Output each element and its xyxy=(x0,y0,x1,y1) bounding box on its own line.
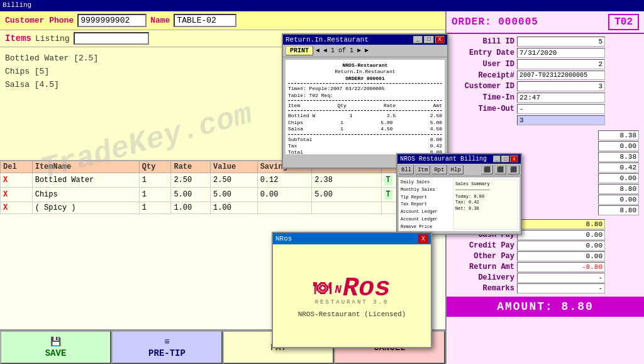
value-2: 5.00 xyxy=(211,188,258,202)
sv-row-1: 8.38 xyxy=(452,130,639,140)
report-minimize[interactable]: _ xyxy=(493,156,501,162)
saving-2: 0.00 xyxy=(257,188,312,202)
item-name-2: Chips xyxy=(32,188,139,202)
credit-pay-label: Credit Pay xyxy=(452,241,514,250)
customer-phone-label: Customer Phone xyxy=(5,16,74,25)
receipt-content: NROS-Restaurant Return.In.Restaurant ORD… xyxy=(286,60,445,154)
receipt-dialog: Return.In.Restaurant _ □ X PRINT ◄ ◄ 1 o… xyxy=(282,33,448,169)
nros-dialog: NRos X 🍽 N Ros RESTAURANT 3.0 NROS-Resta… xyxy=(272,232,432,348)
receipt-value: 2007-T023122000005 xyxy=(517,71,605,80)
report-btn-6[interactable]: ⬛ xyxy=(494,165,506,174)
other-pay-value: 0.00 xyxy=(517,251,605,261)
entry-date-label: Entry Date xyxy=(452,48,514,57)
report-item-tip[interactable]: Tip Report xyxy=(400,194,450,202)
report-close[interactable]: X xyxy=(510,156,518,162)
col-del: Del xyxy=(1,161,33,173)
rate-1: 2.50 xyxy=(171,173,211,188)
nros-close-button[interactable]: X xyxy=(418,234,428,243)
report-btn-2[interactable]: Itm xyxy=(415,165,430,174)
table-badge: T02 xyxy=(608,14,639,30)
entry-date-value: 7/31/2020 xyxy=(517,48,605,58)
blank-value: 3 xyxy=(517,115,605,125)
cash-pay-value: 0.00 xyxy=(517,230,605,240)
report-item-remove[interactable]: Remove Price xyxy=(400,224,450,231)
receipt-close[interactable]: X xyxy=(435,36,445,43)
time-out-row: Time-Out - xyxy=(452,104,639,114)
report-maximize[interactable]: □ xyxy=(501,156,509,162)
credit-pay-row: Credit Pay 0.00 xyxy=(447,241,644,251)
time-out-label: Time-Out xyxy=(452,105,514,113)
time-in-value: 22:47 xyxy=(517,93,605,103)
delivery-value: - xyxy=(517,273,605,283)
delivery-label: Delivery xyxy=(452,273,514,282)
time-out-value: - xyxy=(517,104,605,114)
sv-val-2: 0.00 xyxy=(598,141,639,151)
delivery-row: Delivery - xyxy=(447,273,644,283)
item-name-3: ( Spicy ) xyxy=(32,202,139,214)
report-toolbar: Bll Itm Rpt Hlp ⬛ ⬛ ⬛ xyxy=(397,164,521,176)
report-item-tax[interactable]: Tax Report xyxy=(400,201,450,208)
report-btn-4[interactable]: Hlp xyxy=(448,165,464,174)
page-nav: ◄ ◄ 1 of 1 ► ► xyxy=(316,47,369,54)
other-pay-row: Other Pay 0.00 xyxy=(447,251,644,261)
report-item-account1[interactable]: Account Ledger xyxy=(400,208,450,216)
save-button[interactable]: 💾 SAVE xyxy=(0,331,111,364)
customer-id-row: Customer ID 3 xyxy=(452,81,639,91)
customer-bar: Customer Phone Name xyxy=(0,11,445,30)
col-rate: Rate xyxy=(171,161,211,173)
total-amt-value: 8.80 xyxy=(517,219,605,229)
qty-3: 1 xyxy=(139,202,171,214)
col-qty: Qty xyxy=(139,161,171,173)
receipt-maximize[interactable]: □ xyxy=(424,36,433,43)
blank-row: 3 xyxy=(452,115,639,125)
report-item-daily[interactable]: Daily Sales xyxy=(400,179,450,186)
report-item-monthly[interactable]: Monthly Sales xyxy=(400,186,450,194)
subtotal-1: 2.38 xyxy=(312,173,381,188)
bill-id-row: Bill ID 5 xyxy=(452,37,639,47)
receipt-minimize[interactable]: _ xyxy=(413,36,423,43)
receipt-toolbar: PRINT ◄ ◄ 1 of 1 ► ► xyxy=(283,45,447,57)
delete-row-1[interactable]: X xyxy=(3,176,8,185)
report-item-account2[interactable]: Account Ledger xyxy=(400,216,450,224)
sv-row-2: 0.00 xyxy=(452,141,639,151)
nros-titlebar: NRos X xyxy=(273,233,431,244)
report-btn-3[interactable]: Rpt xyxy=(431,165,447,174)
listing-label: Listing xyxy=(35,34,70,43)
tax-2: T xyxy=(384,190,392,200)
listing-input[interactable] xyxy=(74,32,149,45)
remarks-label: Remarks xyxy=(452,284,514,293)
title-bar: Billing xyxy=(0,0,644,11)
customer-phone-input[interactable] xyxy=(77,14,147,27)
table-row: X Chips 1 5.00 5.00 0.00 5.00 T + xyxy=(1,188,445,202)
report-btn-1[interactable]: Bll xyxy=(399,165,414,174)
qty-2: 1 xyxy=(139,188,171,202)
delete-row-2[interactable]: X xyxy=(3,190,8,199)
value-1: 2.50 xyxy=(211,173,258,188)
customer-name-input[interactable] xyxy=(174,14,236,27)
report-btn-5[interactable]: ⬛ xyxy=(481,165,493,174)
time-in-row: Time-In 22:47 xyxy=(452,93,639,103)
customer-id-value: 3 xyxy=(517,81,605,91)
report-menu: Daily Sales Monthly Sales Tip Report Tax… xyxy=(400,179,450,230)
left-panel: Customer Phone Name Items Listing Bottle… xyxy=(0,11,447,364)
print-button[interactable]: PRINT xyxy=(286,46,313,55)
report-dialog: NROS Restaurant Billing _ □ X Bll Itm Rp… xyxy=(396,153,522,235)
delete-row-3[interactable]: X xyxy=(3,203,8,212)
credit-pay-value: 0.00 xyxy=(517,241,605,251)
sv-val-7: 0.00 xyxy=(598,195,639,205)
nros-body: 🍽 N Ros RESTAURANT 3.0 NROS-Restaurant (… xyxy=(273,244,431,348)
remarks-value: - xyxy=(517,283,605,293)
nros-logo: 🍽 N Ros xyxy=(313,275,390,302)
table-row: X ( Spicy ) 1 1.00 1.00 xyxy=(1,202,445,214)
rate-2: 5.00 xyxy=(171,188,211,202)
entry-date-row: Entry Date 7/31/2020 xyxy=(452,48,639,58)
info-grid: Bill ID 5 Entry Date 7/31/2020 User ID 2… xyxy=(447,34,644,129)
sv-val-6: 8.80 xyxy=(598,184,639,194)
rate-3: 1.00 xyxy=(171,202,211,214)
pretip-button[interactable]: ≡ PRE-TIP xyxy=(111,331,223,364)
receipt-title: Return.In.Restaurant xyxy=(286,36,369,43)
customer-id-label: Customer ID xyxy=(452,82,514,91)
order-header: ORDER: 000005 T02 xyxy=(447,11,644,34)
remarks-row: Remarks - xyxy=(447,283,644,293)
report-btn-7[interactable]: ⬛ xyxy=(508,165,519,174)
